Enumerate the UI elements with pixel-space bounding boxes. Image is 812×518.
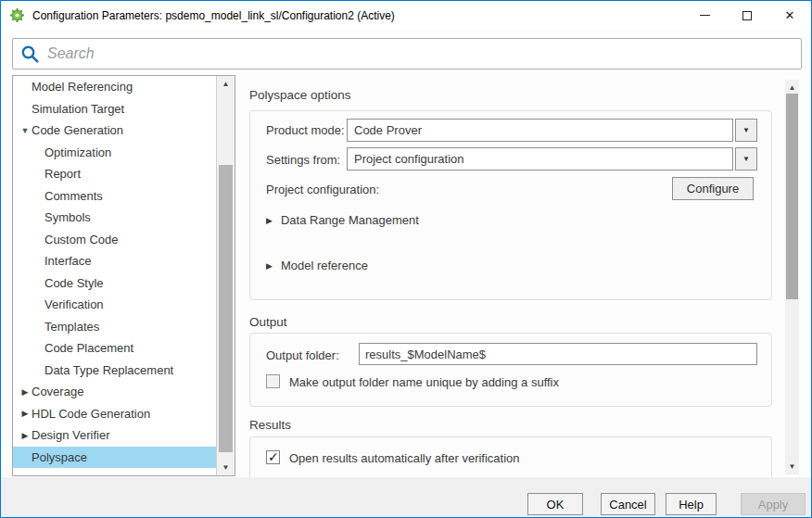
- category-tree: Model Referencing Simulation Target ▼Cod…: [13, 76, 216, 475]
- product-mode-label: Product mode:: [266, 123, 345, 137]
- expand-icon[interactable]: ▶: [19, 387, 32, 397]
- output-folder-input[interactable]: [359, 343, 757, 365]
- close-button[interactable]: ✕: [768, 1, 811, 30]
- results-group: Open results automatically after verific…: [249, 436, 772, 478]
- tree-item-label: Custom Code: [44, 233, 118, 246]
- settings-pane: Polyspace options Product mode: Code Pro…: [244, 75, 778, 478]
- tree-item-label: Coverage: [32, 385, 83, 398]
- tree-item-label: Code Style: [44, 276, 104, 290]
- tree-scrollbar[interactable]: ▲ ▼: [216, 76, 235, 475]
- tree-item-label: Data Type Replacement: [44, 363, 173, 377]
- scroll-down-icon[interactable]: ▼: [217, 461, 235, 474]
- tree-item-label: Symbols: [44, 210, 91, 224]
- tree-item-custom-code[interactable]: Custom Code: [13, 229, 216, 251]
- polyspace-options-group: Product mode: Code Prover ▼ Settings fro…: [249, 110, 772, 300]
- scroll-up-icon[interactable]: ▲: [217, 77, 235, 91]
- settings-scrollbar-thumb[interactable]: [786, 94, 798, 299]
- expand-icon[interactable]: ▶: [266, 261, 273, 271]
- ok-button[interactable]: OK: [527, 493, 583, 515]
- tree-item-label: HDL Code Generation: [32, 407, 150, 421]
- settings-from-combobox[interactable]: Project configuration ▼: [347, 147, 757, 171]
- tree-item-label: Templates: [44, 320, 99, 334]
- category-tree-panel: Model Referencing Simulation Target ▼Cod…: [12, 75, 235, 476]
- tree-item-label: Polyspace: [32, 450, 87, 464]
- settings-scrollbar[interactable]: ▲ ▼: [785, 80, 799, 474]
- tree-scrollbar-thumb[interactable]: [219, 165, 233, 452]
- scroll-down-icon[interactable]: ▼: [785, 460, 799, 474]
- configuration-parameters-dialog: Configuration Parameters: psdemo_model_l…: [0, 0, 812, 518]
- tree-item-simulation-target[interactable]: Simulation Target: [13, 98, 216, 120]
- tree-item-data-type-replacement[interactable]: Data Type Replacement: [13, 360, 216, 382]
- tree-item-label: Design Verifier: [32, 428, 110, 442]
- results-heading: Results: [249, 418, 291, 432]
- product-mode-value: Code Prover: [347, 119, 733, 142]
- tree-item-code-placement[interactable]: Code Placement: [13, 337, 216, 360]
- tree-item-label: Verification: [44, 297, 104, 311]
- settings-from-label: Settings from:: [266, 153, 340, 167]
- data-range-management-label: Data Range Management: [281, 213, 419, 227]
- open-results-label: Open results automatically after verific…: [289, 451, 520, 465]
- maximize-button[interactable]: [726, 1, 768, 30]
- project-configuration-label: Project configuration:: [266, 183, 379, 196]
- tree-item-optimization[interactable]: Optimization: [13, 142, 216, 164]
- search-icon: [20, 44, 40, 64]
- unique-suffix-checkbox[interactable]: [266, 374, 280, 388]
- title-bar: Configuration Parameters: psdemo_model_l…: [1, 1, 811, 30]
- close-icon: ✕: [785, 9, 795, 21]
- tree-item-model-referencing[interactable]: Model Referencing: [13, 76, 216, 98]
- cancel-button[interactable]: Cancel: [601, 493, 655, 515]
- output-group: Output folder: Make output folder name u…: [249, 333, 772, 407]
- tree-item-design-verifier[interactable]: ▶Design Verifier: [13, 424, 216, 447]
- product-mode-combobox[interactable]: Code Prover ▼: [347, 119, 757, 142]
- tree-item-label: Code Generation: [32, 123, 123, 137]
- tree-item-comments[interactable]: Comments: [13, 185, 216, 208]
- output-heading: Output: [249, 315, 287, 329]
- tree-item-templates[interactable]: Templates: [13, 316, 216, 338]
- data-range-management-section[interactable]: ▶ Data Range Management: [266, 213, 419, 227]
- tree-item-interface[interactable]: Interface: [13, 250, 216, 272]
- configure-button[interactable]: Configure: [672, 177, 754, 200]
- open-results-checkbox[interactable]: [266, 450, 280, 464]
- help-button[interactable]: Help: [666, 493, 717, 515]
- tree-item-label: Model Referencing: [32, 80, 133, 94]
- expand-icon[interactable]: ▶: [266, 216, 273, 225]
- chevron-down-icon[interactable]: ▼: [735, 147, 757, 171]
- window-title: Configuration Parameters: psdemo_model_l…: [32, 9, 395, 22]
- tree-item-label: Simulation Target: [32, 102, 124, 116]
- tree-item-hdl-code-generation[interactable]: ▶HDL Code Generation: [13, 403, 216, 425]
- minimize-icon: [700, 15, 710, 16]
- tree-item-code-generation[interactable]: ▼Code Generation: [13, 120, 216, 142]
- minimize-button[interactable]: [683, 1, 726, 30]
- tree-item-report[interactable]: Report: [13, 163, 216, 185]
- search-input[interactable]: [45, 44, 801, 63]
- chevron-down-icon[interactable]: ▼: [735, 119, 757, 142]
- polyspace-options-heading: Polyspace options: [249, 88, 351, 102]
- scroll-up-icon[interactable]: ▲: [785, 81, 799, 95]
- unique-suffix-label: Make output folder name unique by adding…: [289, 375, 559, 389]
- tree-item-symbols[interactable]: Symbols: [13, 207, 216, 229]
- collapse-icon[interactable]: ▼: [19, 126, 32, 135]
- apply-button: Apply: [741, 493, 806, 515]
- expand-icon[interactable]: ▶: [19, 431, 32, 440]
- model-reference-section[interactable]: ▶ Model reference: [266, 259, 368, 272]
- tree-item-code-style[interactable]: Code Style: [13, 272, 216, 295]
- expand-icon[interactable]: ▶: [19, 409, 32, 418]
- tree-item-label: Comments: [44, 189, 103, 203]
- search-bar: [12, 38, 802, 69]
- tree-item-label: Code Placement: [44, 341, 133, 355]
- tree-item-label: Interface: [44, 254, 92, 268]
- tree-item-coverage[interactable]: ▶Coverage: [13, 381, 216, 403]
- tree-item-label: Report: [44, 167, 81, 181]
- settings-from-value: Project configuration: [347, 147, 733, 171]
- model-reference-label: Model reference: [281, 259, 368, 272]
- tree-item-polyspace[interactable]: Polyspace: [13, 447, 216, 469]
- output-folder-label: Output folder:: [266, 348, 339, 362]
- tree-item-label: Optimization: [44, 145, 111, 159]
- maximize-icon: [742, 11, 752, 20]
- tree-item-verification[interactable]: Verification: [13, 294, 216, 316]
- simulink-gear-icon: [9, 7, 25, 23]
